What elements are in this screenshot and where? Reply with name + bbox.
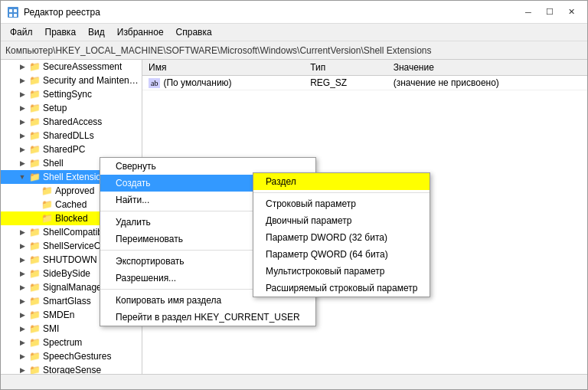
close-button[interactable]: ✕	[561, 5, 581, 20]
tree-expand-icon[interactable]: ▶	[16, 267, 28, 280]
folder-icon: 📁	[41, 198, 53, 211]
tree-label: SMDEn	[43, 310, 74, 320]
submenu-item[interactable]: Расширяемый строковый параметр	[253, 280, 430, 297]
folder-icon: 📁	[28, 323, 41, 335]
menu-item-справка[interactable]: Справка	[170, 25, 218, 39]
table-row[interactable]: ab(По умолчанию)REG_SZ(значение не присв…	[142, 76, 587, 90]
tree-label: Cached	[55, 199, 87, 210]
cell-name: ab(По умолчанию)	[142, 76, 304, 90]
submenu-item[interactable]: Мультистроковый параметр	[253, 263, 430, 280]
tree-item[interactable]: ▶📁Spectrum	[1, 336, 142, 349]
tree-expand-icon[interactable]: ▶	[16, 102, 28, 114]
tree-expand-icon[interactable]: ▶	[16, 129, 28, 142]
tree-label: SharedDLLs	[43, 130, 94, 141]
submenu-item[interactable]: Параметр QWORD (64 бита)	[253, 246, 430, 263]
col-type: Тип	[304, 60, 387, 76]
values-table: Имя Тип Значение ab(По умолчанию)REG_SZ(…	[142, 60, 587, 90]
folder-icon: 📁	[28, 102, 41, 114]
status-bar	[1, 374, 587, 389]
tree-label: Shell	[43, 158, 64, 169]
tree-label: SignalManager	[43, 282, 105, 293]
svg-rect-1	[9, 9, 12, 12]
tree-label: Approved	[55, 185, 94, 196]
tree-label: SharedAccess	[43, 116, 102, 127]
submenu[interactable]: РазделСтроковый параметрДвоичный парамет…	[253, 172, 430, 297]
tree-expand-icon[interactable]	[28, 212, 41, 224]
menu-item-файл[interactable]: Файл	[4, 25, 39, 39]
submenu-item[interactable]: Параметр DWORD (32 бита)	[253, 229, 430, 246]
folder-icon: 📁	[28, 267, 41, 280]
tree-expand-icon[interactable]: ▶	[16, 61, 28, 73]
tree-expand-icon[interactable]: ▶	[16, 143, 28, 156]
submenu-item[interactable]: Раздел	[253, 173, 430, 190]
tree-item[interactable]: ▶📁Setup	[1, 101, 142, 115]
tree-expand-icon[interactable]: ▶	[16, 309, 28, 321]
menu-item-вид[interactable]: Вид	[82, 25, 111, 39]
minimize-button[interactable]: ─	[518, 5, 538, 20]
menu-bar: ФайлПравкаВидИзбранноеСправка	[1, 24, 587, 41]
tree-item[interactable]: ▶📁SecureAssessment	[1, 60, 142, 74]
tree-expand-icon[interactable]: ▶	[16, 254, 28, 266]
tree-label: SettingSync	[43, 89, 92, 100]
col-name: Имя	[142, 60, 304, 76]
folder-icon: 📁	[28, 143, 41, 156]
tree-expand-icon[interactable]: ▶	[16, 364, 28, 374]
tree-item[interactable]: ▶📁Security and Maintenanc	[1, 74, 142, 87]
col-value: Значение	[387, 60, 587, 76]
folder-icon: 📁	[28, 240, 41, 252]
svg-rect-4	[14, 14, 17, 17]
tree-item[interactable]: ▶📁StorageSense	[1, 363, 142, 374]
tree-expand-icon[interactable]: ▶	[16, 88, 28, 100]
maximize-button[interactable]: ☐	[540, 5, 560, 20]
context-menu-item[interactable]: Перейти в раздел HKEY_CURRENT_USER	[100, 309, 315, 326]
tree-label: Setup	[43, 103, 67, 113]
folder-icon: 📁	[28, 364, 41, 374]
tree-label: SmartGlass	[43, 296, 91, 306]
folder-icon: 📁	[41, 212, 53, 224]
folder-icon: 📁	[28, 74, 41, 87]
tree-item[interactable]: ▶📁SharedAccess	[1, 115, 142, 129]
folder-icon: 📁	[28, 309, 41, 321]
tree-item[interactable]: ▶📁SpeechGestures	[1, 349, 142, 363]
tree-expand-icon[interactable]: ▶	[16, 116, 28, 128]
title-bar: Редактор реестра ─ ☐ ✕	[1, 1, 587, 24]
submenu-item[interactable]: Двоичный параметр	[253, 212, 430, 229]
menu-item-правка[interactable]: Правка	[39, 25, 83, 39]
folder-icon: 📁	[28, 157, 41, 169]
submenu-separator	[253, 192, 430, 193]
tree-expand-icon[interactable]: ▶	[16, 350, 28, 362]
cell-value: (значение не присвоено)	[387, 76, 587, 90]
tree-label: SMI	[43, 323, 59, 334]
tree-expand-icon[interactable]	[28, 185, 41, 197]
folder-icon: 📁	[28, 350, 41, 362]
tree-expand-icon[interactable]: ▶	[16, 336, 28, 349]
tree-item[interactable]: ▶📁SharedPC	[1, 143, 142, 156]
tree-label: SHUTDOWN	[43, 254, 97, 265]
window-title: Редактор реестра	[24, 7, 100, 18]
tree-item[interactable]: ▶📁SettingSync	[1, 87, 142, 101]
address-path: Компьютер\HKEY_LOCAL_MACHINE\SOFTWARE\Mi…	[5, 45, 432, 56]
tree-expand-icon[interactable]: ▶	[16, 74, 28, 87]
address-bar: Компьютер\HKEY_LOCAL_MACHINE\SOFTWARE\Mi…	[1, 41, 587, 60]
folder-icon: 📁	[28, 254, 41, 266]
tree-expand-icon[interactable]: ▶	[16, 281, 28, 293]
tree-expand-icon[interactable]	[28, 198, 41, 211]
cell-type: REG_SZ	[304, 76, 387, 90]
tree-expand-icon[interactable]: ▶	[16, 226, 28, 238]
tree-label: SharedPC	[43, 144, 85, 155]
tree-label: Security and Maintenanc	[43, 75, 142, 86]
menu-item-избранное[interactable]: Избранное	[111, 25, 170, 39]
title-controls: ─ ☐ ✕	[518, 5, 581, 20]
tree-expand-icon[interactable]: ▶	[16, 323, 28, 335]
folder-icon: 📁	[28, 171, 41, 183]
tree-expand-icon[interactable]: ▶	[16, 295, 28, 307]
folder-icon: 📁	[28, 295, 41, 307]
tree-item[interactable]: ▶📁SharedDLLs	[1, 129, 142, 143]
tree-expand-icon[interactable]: ▼	[16, 171, 28, 183]
tree-expand-icon[interactable]: ▶	[16, 157, 28, 169]
tree-label: SideBySide	[43, 268, 90, 279]
app-icon	[7, 6, 19, 18]
submenu-item[interactable]: Строковый параметр	[253, 195, 430, 212]
folder-icon: 📁	[28, 226, 41, 238]
tree-expand-icon[interactable]: ▶	[16, 240, 28, 252]
